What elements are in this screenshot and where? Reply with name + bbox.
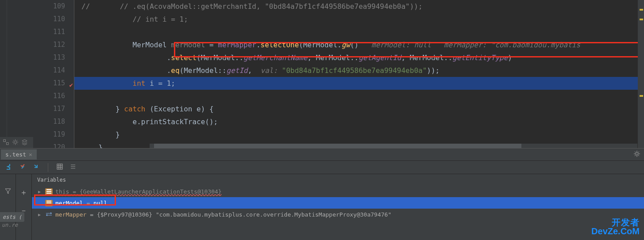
code-keyword: catch xyxy=(120,105,150,113)
code-method: eq xyxy=(171,66,179,75)
var-name: this xyxy=(55,188,69,195)
code-type: MerModel xyxy=(184,66,218,75)
layers-icon[interactable] xyxy=(21,139,28,147)
list-icon[interactable] xyxy=(69,163,77,171)
editor-footer-icons xyxy=(0,137,33,148)
code-keyword: int xyxy=(133,79,146,88)
var-value-string: "com.baomidou.mybatisplus.core.override.… xyxy=(152,211,391,218)
code-catch: (Exception e) { xyxy=(150,105,214,113)
inline-hint-value: "com.baomidou.mybatis xyxy=(491,41,580,49)
inline-hint: merModel: xyxy=(371,41,414,49)
var-value: {$Proxy97@10306} xyxy=(97,211,152,218)
variable-row-mermodel[interactable]: merModel = null xyxy=(32,197,644,209)
line-number-breakpoint[interactable]: 115 xyxy=(7,77,65,90)
code-brace: } xyxy=(116,105,120,113)
svg-point-2 xyxy=(14,141,17,143)
code-op: :: xyxy=(235,53,243,62)
code-field: merMapper xyxy=(218,41,256,49)
line-number[interactable]: 111 xyxy=(7,26,65,38)
watermark-line2: DevZe.CoM xyxy=(591,227,640,236)
code-dot: . xyxy=(337,41,342,49)
code-op: :: xyxy=(350,53,359,62)
line-number-gutter[interactable]: 109 110 111 112 113 114 115 116 117 118 … xyxy=(7,0,74,148)
code-brace: } xyxy=(116,130,120,139)
code-op: :: xyxy=(218,66,226,75)
param-hint: val: xyxy=(256,66,282,75)
separator xyxy=(48,163,48,172)
svg-rect-0 xyxy=(4,139,6,141)
debug-panel: s.test × ＋ － Variables ▶ this = {GeeWall… xyxy=(0,148,644,240)
gear-icon[interactable] xyxy=(633,150,640,159)
debug-tabs: s.test × xyxy=(0,149,644,161)
variables-header: Variables xyxy=(32,174,644,186)
line-number[interactable]: 114 xyxy=(7,64,65,77)
debug-tab-label: s.test xyxy=(5,151,26,158)
code-method-ref: getEntityType xyxy=(452,53,508,62)
error-stripe[interactable] xyxy=(638,0,644,148)
line-number[interactable]: 110 xyxy=(7,13,65,26)
svg-rect-4 xyxy=(7,169,10,170)
watermark-line1: 开发者 xyxy=(591,218,640,227)
thread-down-icon[interactable] xyxy=(33,163,40,171)
debug-side-toolbar-2: ＋ － xyxy=(16,174,32,240)
code-comma: , xyxy=(248,66,256,75)
expand-icon[interactable]: ▶ xyxy=(38,189,42,194)
var-name: merMapper xyxy=(55,211,86,218)
inline-hint-value: null xyxy=(414,41,431,49)
code-method: gw xyxy=(342,41,350,49)
code-stmt: e.printStackTrace(); xyxy=(133,118,218,126)
code-editor[interactable]: 109 110 111 112 113 114 115 116 117 118 … xyxy=(0,0,644,148)
variable-row-this[interactable]: ▶ this = {GeeWalletLauncherApplicationTe… xyxy=(32,186,644,197)
restart-frames-icon[interactable] xyxy=(6,163,13,171)
warning-mark[interactable] xyxy=(640,9,643,11)
code-paren: ( xyxy=(299,41,303,49)
code-comma: , xyxy=(401,53,409,62)
left-gutter xyxy=(0,0,7,148)
line-number[interactable]: 118 xyxy=(7,115,65,128)
line-number[interactable]: 117 xyxy=(7,103,65,115)
code-method: selectOne xyxy=(261,41,299,49)
variable-row-mermapper[interactable]: ▶ ⮂ merMapper = {$Proxy97@10306} "com.ba… xyxy=(32,209,644,220)
code-var: i xyxy=(146,79,158,88)
code-comment: // // .eq(AcovaModel::getMerchantId, "0b… xyxy=(81,2,423,11)
expand-icon[interactable]: ▶ xyxy=(38,212,42,217)
debug-tab[interactable]: s.test × xyxy=(1,149,37,160)
line-number[interactable]: 116 xyxy=(7,90,65,103)
var-value: {GeeWalletLauncherApplicationTests@10304… xyxy=(80,188,222,195)
scrollbar-thumb[interactable] xyxy=(154,144,521,148)
debug-toolbar xyxy=(0,161,644,174)
line-number[interactable]: 112 xyxy=(7,38,65,51)
code-method: select xyxy=(171,53,197,62)
code-paren: )); xyxy=(427,66,440,75)
code-dot: . xyxy=(167,53,171,62)
gear-icon[interactable] xyxy=(12,139,19,147)
code-content[interactable]: // // .eq(AcovaModel::getMerchantId, "0b… xyxy=(74,0,644,148)
code-type: MerModel xyxy=(410,53,444,62)
code-type: MerModel xyxy=(316,53,350,62)
line-number[interactable]: 109 xyxy=(7,0,65,13)
add-watch-icon[interactable]: ＋ xyxy=(20,187,27,198)
watermark: 开发者 DevZe.CoM xyxy=(591,218,640,236)
svg-rect-5 xyxy=(57,164,62,169)
variables-panel: ＋ － Variables ▶ this = {GeeWalletLaunche… xyxy=(0,174,644,240)
swap-frames-icon[interactable] xyxy=(19,163,27,171)
code-method-ref: getId xyxy=(227,66,248,75)
close-icon[interactable]: × xyxy=(29,151,32,158)
var-name: merModel xyxy=(55,200,83,206)
filter-icon[interactable] xyxy=(4,187,12,196)
code-paren: ) xyxy=(508,53,512,62)
grid-icon[interactable] xyxy=(56,163,63,171)
horizontal-scrollbar[interactable] xyxy=(150,144,637,148)
structure-icon[interactable] xyxy=(3,139,9,147)
warning-mark[interactable] xyxy=(640,19,643,20)
code-paren: ( xyxy=(197,53,201,62)
variables-list[interactable]: Variables ▶ this = {GeeWalletLauncherApp… xyxy=(32,174,644,240)
line-number[interactable]: 113 xyxy=(7,51,65,64)
warning-mark[interactable] xyxy=(640,95,643,97)
code-rest: = 1; xyxy=(158,79,175,88)
inline-hint: merMapper: xyxy=(444,41,491,49)
code-op: = xyxy=(205,41,218,49)
edge-tab[interactable]: ests ( xyxy=(0,212,24,222)
edge-tab-label: un.re xyxy=(0,221,19,229)
code-paren: ( xyxy=(180,66,184,75)
